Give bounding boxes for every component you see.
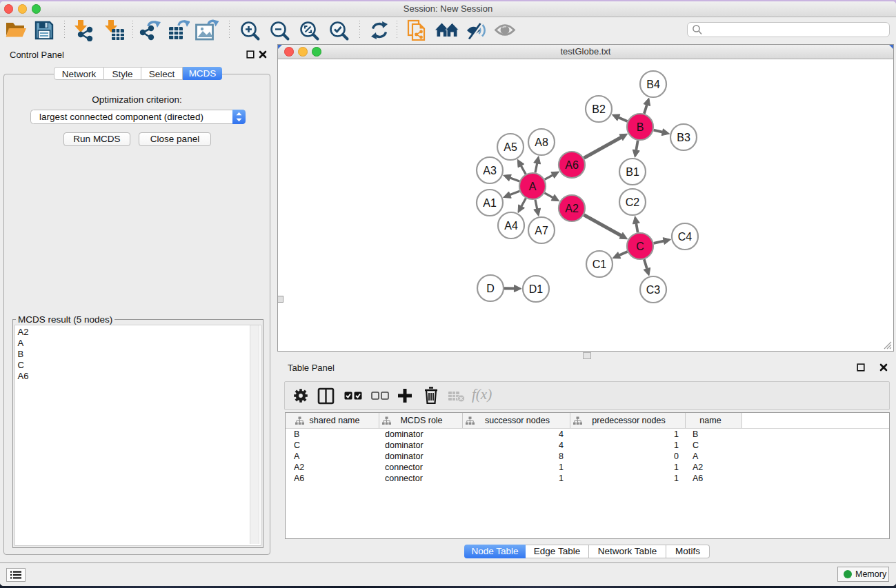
svg-text:A8: A8 [535,136,548,148]
svg-text:C2: C2 [626,196,640,207]
svg-text:A7: A7 [535,224,548,236]
svg-text:A6: A6 [565,159,579,170]
svg-text:C: C [636,240,644,252]
svg-text:D: D [486,282,495,294]
svg-text:C1: C1 [593,258,607,270]
svg-text:B2: B2 [592,103,606,114]
svg-text:A1: A1 [483,196,497,208]
svg-text:A5: A5 [504,141,517,152]
svg-text:C3: C3 [646,283,661,295]
svg-text:B4: B4 [646,78,660,90]
svg-text:D1: D1 [529,283,544,294]
svg-text:C4: C4 [678,230,693,242]
svg-text:A3: A3 [483,164,497,176]
svg-text:B1: B1 [626,165,639,177]
svg-text:B3: B3 [677,131,690,143]
svg-text:A: A [529,180,537,192]
svg-text:A4: A4 [504,219,518,231]
svg-text:A2: A2 [565,202,579,214]
svg-text:B: B [637,121,644,132]
